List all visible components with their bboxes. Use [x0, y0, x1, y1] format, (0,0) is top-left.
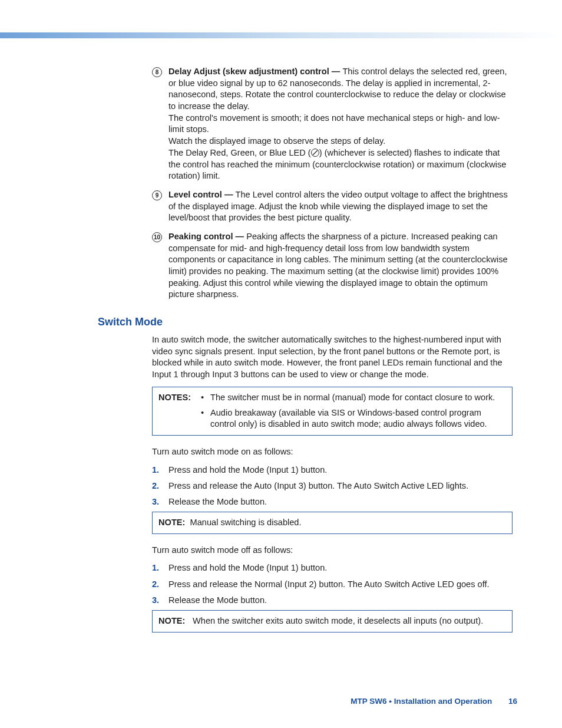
step-text: Release the Mode button.	[168, 497, 267, 506]
circled-number-icon: 9	[152, 190, 162, 200]
list-item: 2.Press and release the Normal (Input 2)…	[152, 578, 513, 591]
step-text: Press and hold the Mode (Input 1) button…	[168, 563, 327, 572]
step-number: 3.	[152, 496, 159, 508]
note-label: NOTE:	[158, 518, 185, 527]
list-item: 2.Press and release the Auto (Input 3) b…	[152, 480, 513, 492]
item-text: Peaking affects the sharpness of a pictu…	[168, 232, 508, 299]
step-number: 2.	[152, 480, 159, 492]
list-item: 1.Press and hold the Mode (Input 1) butt…	[152, 464, 513, 476]
notes-box: NOTES: • The switcher must be in normal …	[152, 387, 513, 436]
item-paragraph: Delay Adjust (skew adjustment) control —…	[168, 66, 513, 113]
note-text: The switcher must be in normal (manual) …	[210, 392, 506, 404]
item-paragraph: The control's movement is smooth; it doe…	[168, 113, 513, 136]
step-text: Release the Mode button.	[168, 595, 267, 605]
numbered-item-10: 10 Peaking control — Peaking affects the…	[152, 231, 513, 301]
list-item: 3.Release the Mode button.	[152, 594, 513, 607]
list-item: 3.Release the Mode button.	[152, 496, 513, 508]
list-item: 1.Press and hold the Mode (Input 1) butt…	[152, 562, 513, 574]
circled-number-icon: 8	[152, 67, 162, 77]
note-label: NOTE:	[158, 615, 193, 627]
step-number: 3.	[152, 594, 159, 607]
item-paragraph: Level control — The Level control alters…	[168, 189, 513, 224]
note-box: NOTE: Manual switching is disabled.	[152, 512, 513, 534]
page: 8 Delay Adjust (skew adjustment) control…	[0, 0, 562, 728]
svg-line-0	[313, 150, 318, 155]
step-text: Press and release the Normal (Input 2) b…	[168, 579, 490, 589]
page-footer: MTP SW6 • Installation and Operation 16	[351, 697, 517, 706]
lead-text: Turn auto switch mode off as follows:	[152, 545, 513, 556]
section-heading: Switch Mode	[98, 316, 513, 328]
item-paragraph: The Delay Red, Green, or Blue LED () (wh…	[168, 147, 513, 182]
item-title: Peaking control —	[168, 232, 246, 241]
bullet-icon: •	[201, 407, 210, 430]
step-text: Press and hold the Mode (Input 1) button…	[168, 465, 327, 475]
lead-text: Turn auto switch mode on as follows:	[152, 446, 513, 458]
notes-label: NOTES:	[158, 392, 201, 404]
step-number: 1.	[152, 562, 159, 574]
item-title: Delay Adjust (skew adjustment) control —	[168, 67, 342, 76]
note-text: Audio breakaway (available via SIS or Wi…	[210, 407, 506, 430]
step-text: Press and release the Auto (Input 3) but…	[168, 481, 468, 490]
numbered-item-9: 9 Level control — The Level control alte…	[152, 189, 513, 224]
led-circle-slash-icon	[311, 149, 319, 157]
step-number: 1.	[152, 464, 159, 476]
note-row: • Audio breakaway (available via SIS or …	[158, 407, 506, 430]
content-area: 8 Delay Adjust (skew adjustment) control…	[152, 66, 513, 640]
circled-number-icon: 10	[152, 232, 162, 242]
item-paragraph: Peaking control — Peaking affects the sh…	[168, 231, 513, 301]
steps-on-list: 1.Press and hold the Mode (Input 1) butt…	[152, 464, 513, 508]
item-title: Level control —	[168, 190, 236, 199]
header-gradient-bar	[0, 32, 562, 38]
footer-text: MTP SW6 • Installation and Operation	[351, 697, 492, 706]
page-number: 16	[508, 697, 517, 706]
intro-paragraph: In auto switch mode, the switcher automa…	[152, 334, 513, 381]
step-number: 2.	[152, 578, 159, 591]
numbered-item-8: 8 Delay Adjust (skew adjustment) control…	[152, 66, 513, 182]
item-paragraph: Watch the displayed image to observe the…	[168, 136, 513, 147]
note-row: NOTES: • The switcher must be in normal …	[158, 392, 506, 404]
note-box: NOTE: When the switcher exits auto switc…	[152, 610, 513, 633]
bullet-icon: •	[201, 392, 210, 404]
note-text: Manual switching is disabled.	[190, 518, 302, 527]
note-text: When the switcher exits auto switch mode…	[193, 615, 506, 627]
steps-off-list: 1.Press and hold the Mode (Input 1) butt…	[152, 562, 513, 606]
